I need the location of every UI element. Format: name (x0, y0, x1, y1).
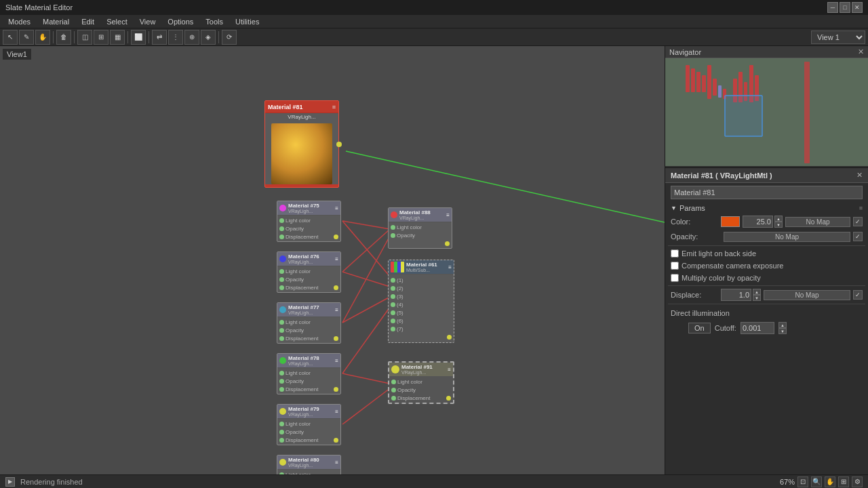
port[interactable] (279, 328, 284, 333)
node-78-menu[interactable]: ≡ (335, 358, 338, 364)
port-out[interactable] (334, 235, 338, 239)
tool-f[interactable]: ⋮ (168, 30, 183, 45)
node-76-menu[interactable]: ≡ (335, 256, 338, 262)
color-up-button[interactable]: ▲ (774, 216, 783, 222)
menu-material[interactable]: Material (37, 15, 75, 28)
port[interactable] (279, 371, 284, 375)
port[interactable] (279, 336, 284, 341)
color-swatch[interactable] (721, 216, 740, 227)
color-map-button[interactable]: No Map (785, 217, 850, 227)
port[interactable] (391, 380, 396, 384)
port-out-88[interactable] (445, 241, 450, 246)
node-79-menu[interactable]: ≡ (335, 409, 338, 415)
port[interactable] (391, 388, 396, 392)
port[interactable] (279, 277, 284, 282)
displace-value-input[interactable] (721, 289, 751, 301)
node-91-menu[interactable]: ≡ (448, 367, 451, 373)
port[interactable] (391, 233, 395, 238)
tool-i[interactable]: ⟳ (222, 30, 237, 45)
opacity-check-button[interactable]: ✓ (853, 232, 863, 241)
tool-h[interactable]: ◈ (201, 30, 216, 45)
port-out-61[interactable] (447, 335, 452, 340)
port-out[interactable] (334, 336, 338, 341)
move-tool-button[interactable]: ✎ (19, 30, 34, 45)
port[interactable] (279, 320, 284, 325)
color-check-button[interactable]: ✓ (853, 217, 863, 226)
menu-options[interactable]: Options (162, 15, 199, 28)
menu-modes[interactable]: Modes (3, 15, 36, 28)
opacity-map-button[interactable]: No Map (724, 232, 850, 242)
port[interactable] (391, 302, 395, 307)
displace-down-button[interactable]: ▼ (753, 295, 761, 301)
select-tool-button[interactable]: ↖ (3, 30, 18, 45)
port-out[interactable] (334, 387, 338, 392)
zoom-fit-button[interactable]: ⊡ (797, 476, 808, 487)
node-material-81[interactable]: Material #81 ≡ VRayLigh... (264, 100, 339, 188)
menu-view[interactable]: View (134, 15, 161, 28)
node-88-menu[interactable]: ≡ (446, 212, 450, 218)
grid-button[interactable]: ⊞ (838, 476, 849, 487)
settings-button[interactable]: ⚙ (852, 476, 863, 487)
node-material-91[interactable]: Material #91 VRayLigh... ≡ Light color O… (388, 361, 454, 404)
port[interactable] (279, 226, 284, 231)
port[interactable] (391, 225, 395, 230)
node-material-78[interactable]: Material #78 VRayLigh... ≡ Light color O… (277, 353, 341, 394)
port[interactable] (391, 310, 395, 315)
compensate-checkbox[interactable] (671, 262, 679, 270)
displace-map-button[interactable]: No Map (764, 290, 850, 300)
delete-button[interactable]: 🗑 (56, 30, 71, 45)
maximize-button[interactable]: □ (840, 2, 850, 13)
pan-tool-button[interactable]: ✋ (35, 30, 50, 45)
node-mat81-menu[interactable]: ≡ (332, 104, 336, 110)
canvas-area[interactable]: View1 Material #81 ≡ VRayLigh. (0, 46, 665, 474)
port[interactable] (279, 269, 284, 274)
node-75-menu[interactable]: ≡ (335, 205, 338, 211)
minimize-button[interactable]: ─ (827, 2, 838, 13)
node-80-menu[interactable]: ≡ (335, 460, 338, 466)
close-button[interactable]: ✕ (852, 2, 863, 13)
port[interactable] (391, 319, 395, 323)
port[interactable] (391, 327, 395, 331)
di-on-button[interactable]: On (688, 323, 711, 333)
menu-tools[interactable]: Tools (200, 15, 229, 28)
displace-up-button[interactable]: ▲ (753, 289, 761, 295)
port[interactable] (391, 286, 395, 291)
multiply-checkbox[interactable] (671, 274, 679, 282)
node-material-80[interactable]: Material #80 VRayLigh... ≡ Light color O… (277, 455, 341, 474)
port-out[interactable] (334, 438, 338, 443)
tool-b[interactable]: ⊞ (94, 30, 108, 45)
cutoff-input[interactable] (741, 322, 774, 334)
port[interactable] (391, 396, 396, 401)
node-mat81-output-port[interactable] (336, 142, 342, 147)
port[interactable] (279, 285, 284, 290)
port[interactable] (279, 235, 284, 239)
pan-button[interactable]: ✋ (825, 476, 835, 487)
tool-g[interactable]: ⊕ (184, 30, 199, 45)
params-options[interactable]: ≡ (859, 205, 863, 211)
tool-e[interactable]: ⇄ (152, 30, 167, 45)
menu-utilities[interactable]: Utilities (230, 15, 264, 28)
port-out[interactable] (334, 285, 338, 290)
port[interactable] (279, 422, 284, 426)
displace-check-button[interactable]: ✓ (853, 290, 863, 300)
color-value-input[interactable] (743, 216, 773, 228)
node-material-75[interactable]: Material #75 VRayLigh... ≡ Light color O… (277, 201, 341, 242)
node-material-79[interactable]: Material #79 VRayLigh... ≡ Light color O… (277, 404, 341, 445)
view-select[interactable]: View 1 (811, 30, 865, 44)
cutoff-down-button[interactable]: ▼ (778, 328, 787, 334)
port[interactable] (279, 218, 284, 223)
node-material-88[interactable]: Material #88 VRayLigh... ≡ Light color O… (388, 207, 452, 249)
node-61-menu[interactable]: ≡ (448, 264, 452, 270)
menu-edit[interactable]: Edit (76, 15, 100, 28)
port[interactable] (391, 278, 395, 283)
port[interactable] (391, 294, 395, 299)
tool-d[interactable]: ⬜ (131, 30, 146, 45)
menu-select[interactable]: Select (101, 15, 133, 28)
cutoff-up-button[interactable]: ▲ (778, 322, 787, 328)
tool-a[interactable]: ◫ (77, 30, 92, 45)
port-out[interactable] (446, 396, 451, 401)
port[interactable] (279, 472, 284, 475)
port[interactable] (279, 379, 284, 384)
node-material-77[interactable]: Material #77 VRayLigh... ≡ Light color O… (277, 302, 341, 344)
tool-c[interactable]: ▦ (110, 30, 125, 45)
